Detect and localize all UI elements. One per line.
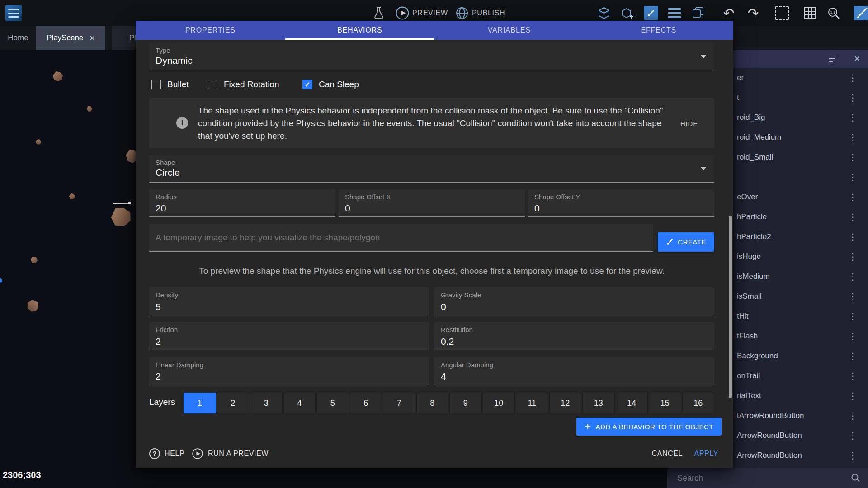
- gravity-scale-field[interactable]: Gravity Scale: [434, 287, 714, 315]
- item-menu-icon[interactable]: ⋮: [848, 410, 857, 421]
- shape-offset-x-input[interactable]: [345, 203, 500, 214]
- zoom-one-to-one-icon[interactable]: 1:1: [825, 4, 843, 22]
- radius-input[interactable]: [156, 203, 310, 214]
- preview-play-icon[interactable]: [393, 4, 411, 22]
- close-panel-icon[interactable]: ×: [854, 53, 860, 65]
- gravity-scale-input[interactable]: [441, 301, 689, 312]
- item-menu-icon[interactable]: ⋮: [848, 390, 857, 401]
- apply-button[interactable]: APPLY: [694, 442, 718, 465]
- density-field[interactable]: Density: [149, 287, 429, 315]
- restitution-field[interactable]: Restitution: [434, 322, 714, 350]
- restitution-input[interactable]: [441, 336, 689, 347]
- angular-damping-field[interactable]: Angular Damping: [434, 357, 714, 385]
- dialog-scrollbar[interactable]: [729, 216, 732, 398]
- friction-field[interactable]: Friction: [149, 322, 429, 350]
- duplicate-tool-icon[interactable]: [689, 4, 707, 22]
- layer-button-4[interactable]: 4: [283, 393, 316, 413]
- shape-offset-x-field[interactable]: Shape Offset X: [339, 189, 525, 217]
- layer-button-2[interactable]: 2: [217, 393, 250, 413]
- layer-button-8[interactable]: 8: [416, 393, 449, 413]
- item-menu-icon[interactable]: ⋮: [848, 192, 857, 202]
- temp-image-input[interactable]: [156, 233, 628, 243]
- tab-playscene[interactable]: PlayScene ×: [36, 26, 105, 50]
- layer-button-9[interactable]: 9: [449, 393, 482, 413]
- angular-damping-input[interactable]: [441, 371, 689, 382]
- tab-properties[interactable]: PROPERTIES: [136, 21, 285, 40]
- filter-icon[interactable]: [829, 56, 837, 62]
- cancel-button[interactable]: CANCEL: [651, 442, 683, 465]
- layer-button-1[interactable]: 1: [184, 393, 216, 413]
- search-input[interactable]: [676, 473, 851, 483]
- edit-brush-tool-icon[interactable]: [642, 4, 660, 22]
- item-menu-icon[interactable]: ⋮: [848, 231, 857, 242]
- layer-button-16[interactable]: 16: [682, 393, 715, 413]
- layer-button-13[interactable]: 13: [582, 393, 615, 413]
- tab-behaviors[interactable]: BEHAVIORS: [285, 21, 435, 40]
- item-menu-icon[interactable]: ⋮: [848, 172, 857, 183]
- undo-icon[interactable]: ↶: [720, 4, 738, 22]
- tab-effects[interactable]: EFFECTS: [584, 21, 734, 40]
- asteroid-object[interactable]: [69, 193, 75, 199]
- layer-button-15[interactable]: 15: [649, 393, 681, 413]
- item-menu-icon[interactable]: ⋮: [848, 251, 857, 262]
- events-list-tool-icon[interactable]: [665, 4, 684, 22]
- tab-close-icon[interactable]: ×: [90, 33, 95, 42]
- item-menu-icon[interactable]: ⋮: [848, 132, 857, 143]
- layer-button-5[interactable]: 5: [316, 393, 349, 413]
- item-menu-icon[interactable]: ⋮: [848, 152, 857, 163]
- tab-variables[interactable]: VARIABLES: [434, 21, 584, 40]
- item-menu-icon[interactable]: ⋮: [848, 331, 857, 342]
- item-menu-icon[interactable]: ⋮: [848, 112, 857, 123]
- item-menu-icon[interactable]: ⋮: [848, 271, 857, 282]
- layer-button-10[interactable]: 10: [483, 393, 515, 413]
- asteroid-object[interactable]: [26, 299, 40, 313]
- asteroid-object[interactable]: [31, 257, 38, 263]
- asteroid-object[interactable]: [53, 71, 63, 81]
- layer-button-7[interactable]: 7: [383, 393, 415, 413]
- hide-button[interactable]: HIDE: [676, 116, 703, 131]
- layer-button-12[interactable]: 12: [549, 393, 582, 413]
- item-menu-icon[interactable]: ⋮: [848, 450, 857, 461]
- asteroid-object[interactable]: [87, 106, 92, 112]
- help-button[interactable]: ? HELP: [149, 442, 184, 465]
- radius-field[interactable]: Radius: [149, 189, 335, 217]
- density-input[interactable]: [156, 301, 404, 312]
- layer-button-3[interactable]: 3: [250, 393, 283, 413]
- project-manager-button[interactable]: [5, 4, 23, 22]
- object-tool-icon[interactable]: [595, 4, 613, 22]
- layer-button-11[interactable]: 11: [516, 393, 548, 413]
- layer-button-14[interactable]: 14: [616, 393, 648, 413]
- layer-button-6[interactable]: 6: [350, 393, 382, 413]
- item-menu-icon[interactable]: ⋮: [848, 211, 857, 222]
- item-menu-icon[interactable]: ⋮: [848, 371, 857, 381]
- asteroid-object[interactable]: [109, 205, 133, 229]
- asteroid-object[interactable]: [35, 138, 42, 146]
- grid-icon[interactable]: [801, 4, 819, 22]
- add-behavior-button[interactable]: + ADD A BEHAVIOR TO THE OBJECT: [576, 418, 722, 436]
- create-button[interactable]: CREATE: [658, 232, 714, 252]
- bullet-checkbox[interactable]: Bullet: [151, 76, 189, 93]
- sketch-tool-icon[interactable]: [852, 4, 868, 22]
- run-preview-button[interactable]: RUN A PREVIEW: [192, 442, 269, 465]
- shape-offset-y-field[interactable]: Shape Offset Y: [528, 189, 714, 217]
- item-menu-icon[interactable]: ⋮: [848, 351, 857, 361]
- publish-globe-icon[interactable]: [453, 4, 471, 22]
- shape-select[interactable]: Shape Circle: [149, 155, 714, 183]
- redo-icon[interactable]: ↷: [744, 4, 762, 22]
- item-menu-icon[interactable]: ⋮: [848, 291, 857, 302]
- selection-marquee-icon[interactable]: [773, 4, 791, 22]
- item-menu-icon[interactable]: ⋮: [848, 72, 857, 83]
- selection-handle[interactable]: [128, 202, 131, 204]
- item-menu-icon[interactable]: ⋮: [848, 92, 857, 103]
- add-object-tool-icon[interactable]: [618, 4, 637, 22]
- linear-damping-field[interactable]: Linear Damping: [149, 357, 429, 385]
- fixed-rotation-checkbox[interactable]: Fixed Rotation: [208, 76, 279, 93]
- tab-home[interactable]: Home: [5, 26, 31, 50]
- debug-flask-icon[interactable]: [370, 4, 388, 22]
- type-select[interactable]: Type Dynamic: [149, 43, 714, 70]
- temp-image-field[interactable]: [149, 224, 653, 252]
- item-menu-icon[interactable]: ⋮: [848, 430, 857, 441]
- item-menu-icon[interactable]: ⋮: [848, 311, 857, 322]
- linear-damping-input[interactable]: [156, 371, 404, 382]
- friction-input[interactable]: [156, 336, 404, 347]
